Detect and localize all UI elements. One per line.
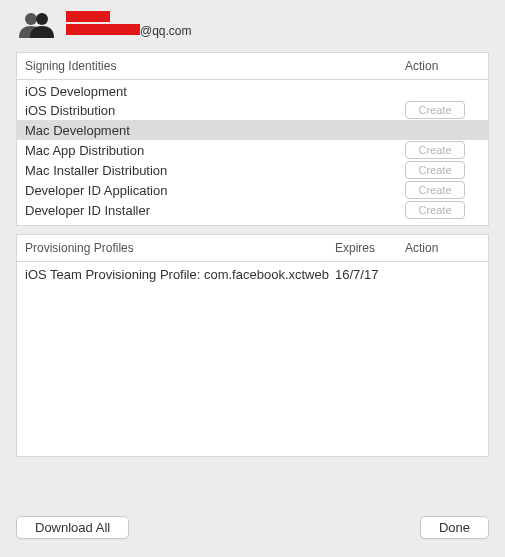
redacted-email [66,24,140,35]
signing-row[interactable]: Developer ID ApplicationCreate [17,180,488,200]
profile-row-expires: 16/7/17 [335,267,405,282]
signing-row-label: Mac Installer Distribution [25,163,405,178]
email-suffix: @qq.com [140,24,192,38]
signing-identities-section: Signing Identities Action iOS Developmen… [16,52,489,226]
signing-row-action: Create [405,141,480,159]
profile-row-label: iOS Team Provisioning Profile: com.faceb… [25,267,335,282]
signing-row[interactable]: iOS Development [17,80,488,100]
signing-row[interactable]: Mac App DistributionCreate [17,140,488,160]
signing-row-label: iOS Development [25,84,405,99]
create-button[interactable]: Create [405,141,465,159]
create-button[interactable]: Create [405,181,465,199]
account-header: @qq.com [0,0,505,44]
profiles-header-main: Provisioning Profiles [25,241,335,255]
provisioning-profiles-section: Provisioning Profiles Expires Action iOS… [16,234,489,457]
account-email-line: @qq.com [66,24,192,38]
signing-header-main: Signing Identities [25,59,405,73]
signing-row-action: Create [405,101,480,119]
profiles-header: Provisioning Profiles Expires Action [17,235,488,262]
signing-header-action: Action [405,59,480,73]
profiles-header-expires: Expires [335,241,405,255]
signing-row-label: Mac Development [25,123,405,138]
signing-row-label: Mac App Distribution [25,143,405,158]
create-button[interactable]: Create [405,201,465,219]
profile-row[interactable]: iOS Team Provisioning Profile: com.faceb… [17,264,488,284]
download-all-button[interactable]: Download All [16,516,129,539]
profiles-rows: iOS Team Provisioning Profile: com.faceb… [17,262,488,284]
signing-row[interactable]: Mac Development [17,120,488,140]
profiles-header-action: Action [405,241,480,255]
svg-point-1 [36,13,48,25]
redacted-name [66,11,110,22]
signing-row[interactable]: Mac Installer DistributionCreate [17,160,488,180]
signing-row-label: iOS Distribution [25,103,405,118]
signing-row-label: Developer ID Application [25,183,405,198]
account-info: @qq.com [66,11,192,38]
signing-row-action: Create [405,161,480,179]
svg-point-0 [25,13,37,25]
signing-row[interactable]: Developer ID InstallerCreate [17,200,488,225]
signing-row-label: Developer ID Installer [25,203,405,218]
done-button[interactable]: Done [420,516,489,539]
signing-rows: iOS DevelopmentiOS DistributionCreateMac… [17,80,488,225]
team-icon [18,10,56,38]
signing-header: Signing Identities Action [17,53,488,80]
signing-row[interactable]: iOS DistributionCreate [17,100,488,120]
signing-row-action: Create [405,201,480,219]
create-button[interactable]: Create [405,101,465,119]
signing-row-action: Create [405,181,480,199]
create-button[interactable]: Create [405,161,465,179]
bottom-bar: Download All Done [16,516,489,539]
